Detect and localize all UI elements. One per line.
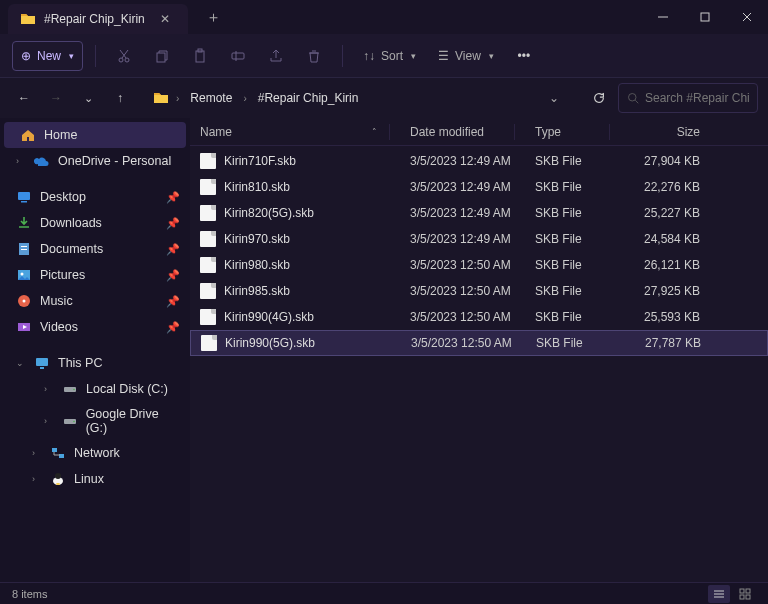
history-chevron-button[interactable]: ⌄ [74,84,102,112]
nav-quick-item[interactable]: Pictures📌 [0,262,190,288]
search-input[interactable] [645,91,749,105]
share-button[interactable] [260,41,292,71]
file-date: 3/5/2023 12:50 AM [400,258,525,272]
chevron-down-icon: ⌄ [16,358,26,368]
column-header-size[interactable]: Size [620,125,710,139]
close-window-button[interactable] [726,0,768,34]
details-view-toggle[interactable] [708,585,730,603]
svg-rect-6 [157,53,165,62]
file-row[interactable]: Kirin980.skb3/5/2023 12:50 AMSKB File26,… [190,252,768,278]
file-size: 25,593 KB [620,310,710,324]
rename-button[interactable] [222,41,254,71]
cut-button[interactable] [108,41,140,71]
minimize-button[interactable] [642,0,684,34]
back-button[interactable]: ← [10,84,38,112]
paste-button[interactable] [184,41,216,71]
nav-label: Music [40,294,73,308]
up-button[interactable]: ↑ [106,84,134,112]
address-bar[interactable]: › Remote › #Repair Chip_Kirin ⌄ [144,83,574,113]
delete-button[interactable] [298,41,330,71]
file-icon [201,335,217,351]
nav-onedrive[interactable]: › OneDrive - Personal [0,148,190,174]
file-icon [200,179,216,195]
nav-drive-item[interactable]: ›Local Disk (C:) [0,376,190,402]
sort-button[interactable]: ↑↓ Sort ▾ [355,41,424,71]
search-box[interactable] [618,83,758,113]
svg-rect-24 [40,367,44,369]
svg-point-11 [629,94,637,102]
folder-icon [16,241,32,257]
nav-this-pc[interactable]: ⌄ This PC [0,350,190,376]
svg-rect-7 [196,51,204,62]
network-icon [50,445,66,461]
nav-quick-item[interactable]: Music📌 [0,288,190,314]
file-row[interactable]: Kirin710F.skb3/5/2023 12:49 AMSKB File27… [190,148,768,174]
svg-point-19 [21,273,24,276]
forward-button[interactable]: → [42,84,70,112]
view-icon: ☰ [438,49,449,63]
nav-home[interactable]: Home [4,122,186,148]
nav-label: Documents [40,242,103,256]
new-tab-button[interactable]: ＋ [198,4,229,31]
copy-button[interactable] [146,41,178,71]
chevron-right-icon: › [243,93,246,104]
file-row[interactable]: Kirin970.skb3/5/2023 12:49 AMSKB File24,… [190,226,768,252]
address-dropdown-button[interactable]: ⌄ [543,89,565,107]
file-row[interactable]: Kirin990(5G).skb3/5/2023 12:50 AMSKB Fil… [190,330,768,356]
nav-linux[interactable]: › Linux [0,466,190,492]
file-name: Kirin820(5G).skb [224,206,314,220]
nav-network[interactable]: › Network [0,440,190,466]
thumbnail-view-toggle[interactable] [734,585,756,603]
chevron-right-icon: › [44,384,54,394]
tab-current[interactable]: #Repair Chip_Kirin ✕ [8,4,188,34]
pin-icon: 📌 [166,295,180,308]
file-list-pane: Name ˄ Date modified Type Size Kirin710F… [190,118,768,582]
column-header-type[interactable]: Type [525,124,620,140]
new-label: New [37,49,61,63]
file-row[interactable]: Kirin820(5G).skb3/5/2023 12:49 AMSKB Fil… [190,200,768,226]
chevron-right-icon: › [44,416,54,426]
file-icon [200,153,216,169]
tab-title: #Repair Chip_Kirin [44,12,146,26]
view-button[interactable]: ☰ View ▾ [430,41,502,71]
file-date: 3/5/2023 12:50 AM [400,284,525,298]
column-header-date[interactable]: Date modified [400,124,525,140]
svg-line-12 [635,100,638,103]
sort-ascending-icon: ˄ [372,127,377,137]
file-date: 3/5/2023 12:50 AM [400,310,525,324]
nav-drive-item[interactable]: ›Google Drive (G:) [0,402,190,440]
file-size: 27,787 KB [621,336,711,350]
file-name: Kirin985.skb [224,284,290,298]
breadcrumb-segment[interactable]: Remote [186,89,236,107]
file-row[interactable]: Kirin990(4G).skb3/5/2023 12:50 AMSKB Fil… [190,304,768,330]
svg-rect-9 [232,53,244,59]
file-size: 26,121 KB [620,258,710,272]
nav-label: Pictures [40,268,85,282]
nav-quick-item[interactable]: Desktop📌 [0,184,190,210]
file-size: 27,904 KB [620,154,710,168]
file-date: 3/5/2023 12:50 AM [401,336,526,350]
refresh-button[interactable] [584,83,614,113]
file-row[interactable]: Kirin985.skb3/5/2023 12:50 AMSKB File27,… [190,278,768,304]
nav-quick-item[interactable]: Videos📌 [0,314,190,340]
nav-quick-item[interactable]: Downloads📌 [0,210,190,236]
svg-rect-14 [21,201,27,203]
file-size: 22,276 KB [620,180,710,194]
nav-quick-item[interactable]: Documents📌 [0,236,190,262]
pin-icon: 📌 [166,321,180,334]
close-tab-icon[interactable]: ✕ [154,10,176,28]
nav-label: Desktop [40,190,86,204]
home-icon [20,127,36,143]
svg-point-4 [119,58,123,62]
more-button[interactable]: ••• [508,41,540,71]
file-icon [200,205,216,221]
breadcrumb-segment[interactable]: #Repair Chip_Kirin [254,89,363,107]
chevron-right-icon: › [32,448,42,458]
svg-rect-13 [18,192,30,200]
column-header-name[interactable]: Name ˄ [190,124,400,140]
file-row[interactable]: Kirin810.skb3/5/2023 12:49 AMSKB File22,… [190,174,768,200]
svg-point-33 [56,483,60,485]
maximize-button[interactable] [684,0,726,34]
chevron-right-icon: › [16,156,26,166]
new-button[interactable]: ⊕ New ▾ [12,41,83,71]
